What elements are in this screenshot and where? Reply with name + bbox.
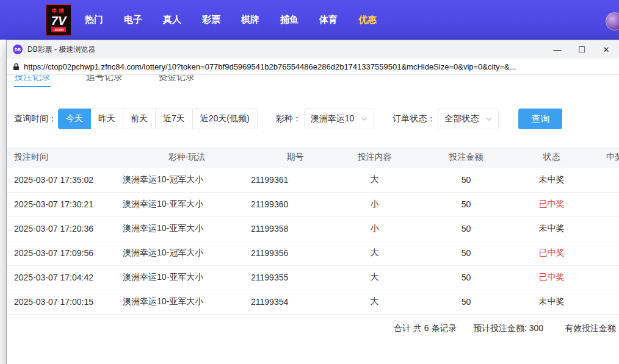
- table-header-row: 投注时间彩种-玩法期号投注内容投注金额状态中奖金额: [7, 147, 619, 168]
- content-cell: 大: [339, 241, 410, 265]
- maximize-button[interactable]: ☐: [570, 40, 594, 59]
- status-cell: 未中奖: [523, 216, 581, 241]
- topnav-item-3[interactable]: 彩票: [202, 14, 220, 26]
- lottery-label: 彩种：: [276, 113, 302, 124]
- logo-top-text: 申博: [52, 8, 65, 15]
- column-header-2: 期号: [251, 147, 339, 168]
- game-cell: 澳洲幸运10-亚军大小: [123, 192, 251, 216]
- amount-cell: 50: [410, 192, 523, 216]
- user-avatar[interactable]: [606, 12, 619, 30]
- lock-icon: [13, 63, 20, 71]
- time-option-4[interactable]: 近20天(低频): [192, 109, 258, 129]
- status-cell: 已中奖: [523, 241, 581, 265]
- time-option-2[interactable]: 前天: [123, 109, 156, 129]
- lottery-select-value: 澳洲幸运10: [311, 113, 355, 124]
- topnav-item-4[interactable]: 棋牌: [241, 14, 259, 26]
- prize-cell: [581, 241, 619, 265]
- tab-1[interactable]: 追号记录: [86, 75, 123, 87]
- topnav-item-2[interactable]: 真人: [163, 14, 181, 26]
- site-header: 申博 7V .com 热门电子真人彩票棋牌捕鱼体育优惠: [0, 0, 619, 40]
- time-cell: 2025-03-07 17:04:42: [7, 265, 123, 290]
- browser-titlebar[interactable]: DB DB彩票 - 极速浏览器 — ☐ ✕: [7, 40, 619, 59]
- topnav-item-7[interactable]: 优惠: [358, 14, 377, 26]
- total-records-text: 合计 共 6 条记录: [394, 323, 457, 334]
- query-button[interactable]: 查询: [518, 109, 562, 129]
- tab-2[interactable]: 资金记录: [158, 75, 195, 87]
- topnav-item-0[interactable]: 热门: [85, 14, 103, 26]
- column-header-5: 状态: [523, 147, 581, 168]
- summary-bar: 合计 共 6 条记录 预计投注金额: 300 有效投注金额: [7, 315, 619, 341]
- topnav-item-5[interactable]: 捕鱼: [280, 14, 299, 26]
- game-cell: 澳洲幸运10-亚军大小: [123, 216, 251, 241]
- time-cell: 2025-03-07 17:35:02: [7, 168, 123, 192]
- issue-cell: 21199355: [251, 265, 339, 290]
- column-header-3: 投注内容: [339, 147, 410, 168]
- time-option-1[interactable]: 昨天: [90, 109, 123, 129]
- prize-cell: [581, 265, 619, 290]
- status-cell: 未中奖: [523, 290, 581, 314]
- column-header-4: 投注金额: [410, 147, 523, 168]
- issue-cell: 21199356: [251, 241, 339, 265]
- time-option-0[interactable]: 今天: [58, 109, 91, 129]
- logo-main-text: 7V: [51, 15, 66, 27]
- table-row: 2025-03-07 17:00:15澳洲幸运10-亚军大小21199354大5…: [7, 290, 619, 314]
- column-header-6: 中奖金额: [581, 147, 619, 168]
- browser-window: DB DB彩票 - 极速浏览器 — ☐ ✕ https://ctop02pchw…: [6, 40, 619, 364]
- expected-amount-text: 预计投注金额: 300: [473, 323, 543, 334]
- table-row: 2025-03-07 17:20:36澳洲幸运10-亚军大小21199358小5…: [7, 216, 619, 241]
- tab-0[interactable]: 投注记录: [14, 75, 51, 87]
- status-cell: 未中奖: [523, 168, 581, 192]
- content-cell: 大: [339, 265, 410, 290]
- game-cell: 澳洲幸运10-冠军大小: [123, 168, 251, 192]
- prize-cell: [581, 216, 619, 241]
- valid-amount-text: 有效投注金额: [565, 323, 616, 334]
- amount-cell: 50: [410, 216, 523, 241]
- column-header-0: 投注时间: [7, 147, 123, 168]
- game-cell: 澳洲幸运10-亚军大小: [123, 265, 251, 290]
- issue-cell: 21199360: [251, 192, 339, 216]
- content-cell: 大: [339, 168, 410, 192]
- table-row: 2025-03-07 17:04:42澳洲幸运10-亚军大小21199355大5…: [7, 265, 619, 290]
- amount-cell: 50: [410, 241, 523, 265]
- time-cell: 2025-03-07 17:30:21: [7, 192, 123, 216]
- order-status-select[interactable]: 全部状态: [438, 109, 499, 129]
- column-header-1: 彩种-玩法: [123, 147, 251, 168]
- topnav-item-6[interactable]: 体育: [319, 14, 338, 26]
- amount-cell: 50: [410, 265, 523, 290]
- url-text[interactable]: https://ctop02pchwp1.zfnc84.com/lottery/…: [24, 62, 516, 71]
- topnav-item-1[interactable]: 电子: [124, 14, 142, 26]
- prize-cell: [581, 168, 619, 192]
- prize-cell: [581, 192, 619, 216]
- status-cell: 已中奖: [523, 265, 581, 290]
- time-option-3[interactable]: 近7天: [155, 109, 193, 129]
- chevron-down-icon: [486, 117, 492, 121]
- tabs-bar: 投注记录追号记录资金记录: [7, 75, 619, 88]
- table-body: 2025-03-07 17:35:02澳洲幸运10-冠军大小21199361大5…: [7, 168, 619, 314]
- status-cell: 已中奖: [523, 192, 581, 216]
- bet-records-table: 投注时间彩种-玩法期号投注内容投注金额状态中奖金额 2025-03-07 17:…: [7, 147, 619, 315]
- address-bar[interactable]: https://ctop02pchwp1.zfnc84.com/lottery/…: [7, 59, 619, 75]
- content-cell: 小: [339, 192, 410, 216]
- topnav-items: 热门电子真人彩票棋牌捕鱼体育优惠: [85, 14, 377, 26]
- time-cell: 2025-03-07 17:20:36: [7, 216, 123, 241]
- site-logo[interactable]: 申博 7V .com: [46, 4, 71, 36]
- prize-cell: [581, 290, 619, 314]
- chevron-down-icon: [361, 117, 367, 121]
- tabs: 投注记录追号记录资金记录: [7, 75, 619, 87]
- content-cell: 大: [339, 290, 410, 314]
- table-row: 2025-03-07 17:35:02澳洲幸运10-冠军大小21199361大5…: [7, 168, 619, 192]
- game-cell: 澳洲幸运10-亚军大小: [123, 290, 251, 314]
- lottery-select[interactable]: 澳洲幸运10: [304, 109, 375, 129]
- minimize-button[interactable]: —: [545, 40, 570, 59]
- table-row: 2025-03-07 17:09:56澳洲幸运10-冠军大小21199356大5…: [7, 241, 619, 265]
- order-status-select-value: 全部状态: [444, 113, 479, 124]
- amount-cell: 50: [410, 290, 523, 314]
- time-filter-group: 今天昨天前天近7天近20天(低频): [58, 109, 258, 129]
- page-content: 投注记录追号记录资金记录 查询时间： 今天昨天前天近7天近20天(低频) 彩种：…: [7, 75, 619, 364]
- time-cell: 2025-03-07 17:09:56: [7, 241, 123, 265]
- time-cell: 2025-03-07 17:00:15: [7, 290, 123, 314]
- table-row: 2025-03-07 17:30:21澳洲幸运10-亚军大小21199360小5…: [7, 192, 619, 216]
- issue-cell: 21199361: [251, 168, 339, 192]
- close-button[interactable]: ✕: [594, 40, 618, 59]
- game-cell: 澳洲幸运10-冠军大小: [123, 241, 251, 265]
